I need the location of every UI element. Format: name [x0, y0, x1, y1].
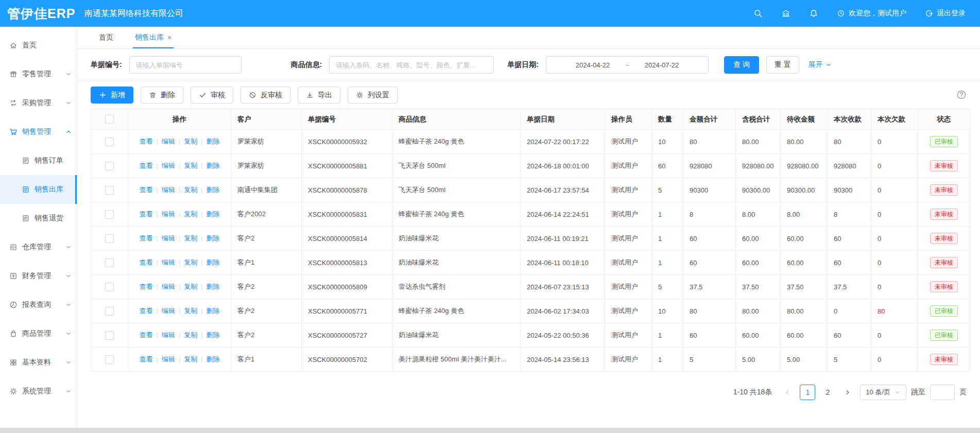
page-button-2[interactable]: 2	[820, 385, 835, 400]
copy-link[interactable]: 复制	[184, 331, 197, 339]
delete-link[interactable]: 删除	[207, 283, 220, 290]
sidebar-item-system[interactable]: 系统管理	[0, 377, 77, 406]
tab-sales-outbound[interactable]: 销售出库 ×	[135, 27, 171, 48]
edit-link[interactable]: 编辑	[162, 186, 175, 194]
delete-link[interactable]: 删除	[207, 331, 220, 339]
page-size-select[interactable]: 10 条/页	[860, 385, 906, 400]
row-checkbox[interactable]	[105, 210, 114, 219]
date-start[interactable]: 2024-04-22	[576, 61, 610, 69]
view-link[interactable]: 查看	[139, 331, 152, 339]
copy-link[interactable]: 复制	[184, 234, 197, 242]
row-checkbox[interactable]	[105, 186, 114, 195]
edit-link[interactable]: 编辑	[162, 234, 175, 242]
cell-product: 奶油味爆米花	[392, 227, 521, 251]
delete-link[interactable]: 删除	[207, 234, 220, 242]
close-icon[interactable]: ×	[167, 33, 171, 42]
edit-link[interactable]: 编辑	[162, 355, 175, 363]
sidebar-item-home[interactable]: 首页	[0, 31, 77, 60]
delete-link[interactable]: 删除	[207, 137, 220, 145]
edit-link[interactable]: 编辑	[162, 307, 175, 315]
sidebar-item-sales-outbound[interactable]: 销售出库	[0, 175, 77, 204]
edit-link[interactable]: 编辑	[162, 331, 175, 339]
row-checkbox[interactable]	[105, 283, 114, 291]
row-checkbox[interactable]	[105, 234, 114, 243]
sidebar-item-report[interactable]: 报表查询	[0, 290, 77, 319]
view-link[interactable]: 查看	[139, 283, 152, 290]
column-settings-button[interactable]: 列设置	[348, 86, 398, 103]
view-link[interactable]: 查看	[139, 210, 152, 218]
reset-button[interactable]: 重 置	[766, 56, 799, 74]
cell-owed: 0	[871, 251, 918, 275]
sidebar-item-sales[interactable]: 销售管理	[0, 117, 77, 146]
row-checkbox[interactable]	[105, 137, 114, 146]
row-checkbox[interactable]	[105, 162, 114, 170]
row-checkbox[interactable]	[105, 355, 114, 364]
chevron-down-icon	[65, 302, 72, 308]
sidebar-item-basic[interactable]: 基本资料	[0, 348, 77, 377]
copy-link[interactable]: 复制	[184, 258, 197, 266]
cell-receivable: 90300.00	[781, 178, 828, 202]
add-button[interactable]: 新增	[91, 86, 133, 103]
edit-link[interactable]: 编辑	[162, 162, 175, 169]
copy-link[interactable]: 复制	[184, 283, 197, 290]
view-link[interactable]: 查看	[139, 162, 152, 169]
cell-tax_amount: 8.00	[736, 202, 781, 227]
search-icon[interactable]	[753, 9, 763, 18]
sidebar-item-sales-return[interactable]: 销售退货	[0, 204, 77, 233]
copy-link[interactable]: 复制	[184, 307, 197, 315]
row-checkbox[interactable]	[105, 307, 114, 316]
approve-button[interactable]: 审核	[191, 86, 233, 103]
view-link[interactable]: 查看	[139, 307, 152, 315]
expand-link[interactable]: 展开	[809, 60, 832, 70]
tab-home[interactable]: 首页	[99, 27, 113, 48]
enterprise-icon[interactable]	[781, 9, 790, 18]
delete-link[interactable]: 删除	[207, 186, 220, 194]
sidebar-item-purchase[interactable]: 采购管理	[0, 89, 77, 117]
select-all-checkbox[interactable]	[105, 115, 114, 124]
view-link[interactable]: 查看	[139, 137, 152, 145]
doc-no-input[interactable]	[129, 56, 242, 74]
sidebar-item-retail[interactable]: 零售管理	[0, 60, 77, 89]
date-end[interactable]: 2024-07-22	[645, 61, 679, 69]
unapprove-button[interactable]: 反审核	[240, 86, 290, 103]
search-button[interactable]: 查 询	[724, 56, 759, 74]
row-checkbox[interactable]	[105, 331, 114, 340]
sidebar-item-warehouse[interactable]: 仓库管理	[0, 233, 77, 262]
copy-link[interactable]: 复制	[184, 137, 197, 145]
edit-link[interactable]: 编辑	[162, 258, 175, 266]
export-button[interactable]: 导出	[298, 86, 340, 103]
edit-link[interactable]: 编辑	[162, 210, 175, 218]
page-button-1[interactable]: 1	[800, 385, 815, 400]
delete-link[interactable]: 删除	[207, 162, 220, 169]
next-page-button[interactable]	[840, 385, 855, 400]
logout-button[interactable]: 退出登录	[925, 9, 966, 18]
delete-link[interactable]: 删除	[207, 258, 220, 266]
edit-link[interactable]: 编辑	[162, 137, 175, 145]
copy-link[interactable]: 复制	[184, 355, 197, 363]
delete-link[interactable]: 删除	[207, 210, 220, 218]
sidebar-item-product[interactable]: 商品管理	[0, 319, 77, 348]
tab-home-label: 首页	[99, 33, 113, 42]
notification-icon[interactable]	[809, 9, 818, 18]
edit-link[interactable]: 编辑	[162, 283, 175, 290]
sidebar-item-finance[interactable]: 财务管理	[0, 262, 77, 290]
jump-page-input[interactable]	[930, 385, 955, 400]
cell-ops: 查看|编辑|复制|删除	[128, 299, 231, 323]
prev-page-button[interactable]	[780, 385, 795, 400]
product-input[interactable]	[329, 56, 494, 74]
help-icon[interactable]	[956, 90, 967, 100]
view-link[interactable]: 查看	[139, 186, 152, 194]
view-link[interactable]: 查看	[139, 355, 152, 363]
view-link[interactable]: 查看	[139, 258, 152, 266]
view-link[interactable]: 查看	[139, 234, 152, 242]
date-range-picker[interactable]: 2024-04-22 ~ 2024-07-22	[546, 56, 709, 74]
delete-link[interactable]: 删除	[207, 355, 220, 363]
sidebar-item-sales-order[interactable]: 销售订单	[0, 146, 77, 175]
cell-amount: 60	[683, 323, 736, 348]
copy-link[interactable]: 复制	[184, 162, 197, 169]
copy-link[interactable]: 复制	[184, 186, 197, 194]
delete-button[interactable]: 删除	[141, 86, 183, 103]
delete-link[interactable]: 删除	[207, 307, 220, 315]
row-checkbox[interactable]	[105, 258, 114, 267]
copy-link[interactable]: 复制	[184, 210, 197, 218]
